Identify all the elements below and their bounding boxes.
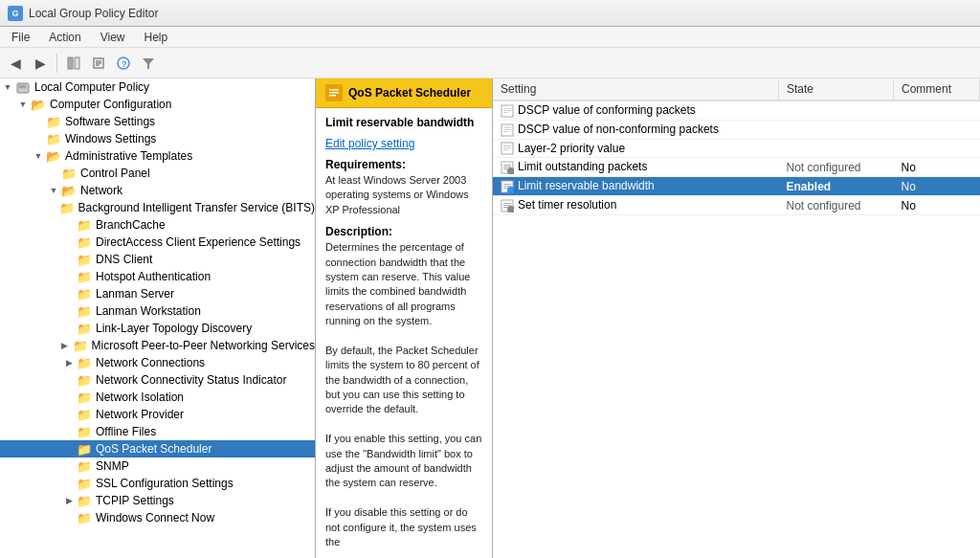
help-button[interactable]: ? xyxy=(112,52,135,75)
tree-item-net-provider[interactable]: 📁Network Provider xyxy=(0,406,315,423)
tree-expand-network[interactable]: ▼ xyxy=(46,183,61,198)
detail-header-icon xyxy=(325,84,343,101)
tree-item-lanman-workstation[interactable]: 📁Lanman Workstation xyxy=(0,302,315,320)
state-cell: Not configured xyxy=(779,196,894,215)
tree-item-windows-connect[interactable]: 📁Windows Connect Now xyxy=(0,509,315,526)
tree-expand-net-connections[interactable]: ▶ xyxy=(61,355,77,370)
tree-expand-ms-peer[interactable]: ▶ xyxy=(57,338,73,353)
properties-button[interactable] xyxy=(87,52,110,75)
filter-button[interactable] xyxy=(137,52,160,75)
menu-item-action[interactable]: Action xyxy=(41,29,88,46)
policy-icon xyxy=(501,142,514,155)
tree-pane[interactable]: ▼Local Computer Policy▼📂Computer Configu… xyxy=(0,78,316,558)
back-button[interactable]: ◀ xyxy=(4,52,27,75)
setting-name: Limit reservable bandwidth xyxy=(518,179,655,192)
folder-icon: 📁 xyxy=(77,407,92,422)
menu-item-file[interactable]: File xyxy=(4,29,37,46)
folder-icon: 📁 xyxy=(77,424,92,439)
tree-expand-placeholder xyxy=(31,114,46,129)
folder-icon: 📁 xyxy=(77,252,92,267)
tree-item-label: Network xyxy=(78,184,122,197)
state-cell xyxy=(779,100,894,120)
tree-item-directaccess[interactable]: 📁DirectAccess Client Experience Settings xyxy=(0,234,315,251)
folder-icon: 📁 xyxy=(77,269,92,284)
svg-rect-27 xyxy=(503,149,508,150)
folder-open-icon: 📂 xyxy=(61,183,77,198)
tree-item-label: QoS Packet Scheduler xyxy=(94,442,212,456)
setting-cell: DSCP value of non-conforming packets xyxy=(493,120,779,139)
tree-item-label: DNS Client xyxy=(94,253,152,266)
forward-button[interactable]: ▶ xyxy=(29,52,52,75)
table-row[interactable]: Set timer resolutionNot configuredNo xyxy=(493,196,980,215)
table-row[interactable]: Limit reservable bandwidthEnabledNo xyxy=(493,177,980,196)
folder-selected-icon: 📁 xyxy=(77,441,92,457)
svg-rect-30 xyxy=(503,167,511,167)
table-row[interactable]: DSCP value of non-conforming packets xyxy=(493,120,980,139)
tree-item-label: Lanman Workstation xyxy=(94,304,201,318)
tree-expand-computer-config[interactable]: ▼ xyxy=(15,97,31,112)
settings-scroll-area[interactable]: Setting State Comment DSCP value of conf… xyxy=(493,78,980,558)
svg-rect-10 xyxy=(19,85,22,88)
tree-item-windows-settings[interactable]: 📁Windows Settings xyxy=(0,130,315,147)
main-container: ▼Local Computer Policy▼📂Computer Configu… xyxy=(0,78,980,558)
setting-cell: DSCP value of conforming packets xyxy=(493,100,779,120)
svg-rect-15 xyxy=(329,95,336,97)
svg-rect-34 xyxy=(503,184,511,185)
folder-icon: 📁 xyxy=(77,476,92,491)
setting-name: Set timer resolution xyxy=(518,198,616,212)
tree-expand-admin-templates[interactable]: ▼ xyxy=(31,148,46,164)
tree-item-link-layer[interactable]: 📁Link-Layer Topology Discovery xyxy=(0,320,315,337)
comment-cell xyxy=(894,120,980,139)
svg-rect-22 xyxy=(503,129,511,130)
table-row[interactable]: DSCP value of conforming packets xyxy=(493,100,980,120)
folder-open-icon: 📂 xyxy=(31,97,46,112)
tree-item-snmp[interactable]: 📁SNMP xyxy=(0,458,315,475)
comment-cell: No xyxy=(894,177,980,196)
svg-rect-0 xyxy=(68,57,73,69)
tree-item-qos[interactable]: 📁QoS Packet Scheduler xyxy=(0,440,315,458)
tree-item-local-computer-policy[interactable]: ▼Local Computer Policy xyxy=(0,78,315,96)
tree-item-ncsi[interactable]: 📁Network Connectivity Status Indicator xyxy=(0,371,315,389)
tree-item-branchcache[interactable]: 📁BranchCache xyxy=(0,216,315,234)
tree-item-label: Administrative Templates xyxy=(63,149,192,163)
tree-item-tcpip[interactable]: ▶📁TCPIP Settings xyxy=(0,492,315,509)
menu-item-view[interactable]: View xyxy=(93,29,133,46)
tree-item-admin-templates[interactable]: ▼📂Administrative Templates xyxy=(0,147,315,165)
svg-rect-13 xyxy=(329,89,339,91)
tree-item-label: Windows Settings xyxy=(63,132,156,145)
tree-expand-placeholder xyxy=(61,390,77,405)
tree-item-software-settings[interactable]: 📁Software Settings xyxy=(0,113,315,130)
description-title: Description: xyxy=(325,225,482,238)
tree-expand-local-computer-policy[interactable]: ▼ xyxy=(0,79,15,95)
tree-item-control-panel[interactable]: 📁Control Panel xyxy=(0,165,315,182)
tree-item-computer-config[interactable]: ▼📂Computer Configuration xyxy=(0,96,315,113)
tree-item-net-connections[interactable]: ▶📁Network Connections xyxy=(0,354,315,371)
tree-expand-tcpip[interactable]: ▶ xyxy=(61,493,77,508)
svg-rect-39 xyxy=(503,203,511,204)
tree-item-hotspot[interactable]: 📁Hotspot Authentication xyxy=(0,268,315,285)
svg-rect-36 xyxy=(503,188,508,189)
settings-table: Setting State Comment DSCP value of conf… xyxy=(493,78,980,215)
svg-rect-41 xyxy=(503,207,508,208)
tree-item-label: Hotspot Authentication xyxy=(94,270,211,283)
show-hide-button[interactable] xyxy=(62,52,85,75)
tree-item-dns-client[interactable]: 📁DNS Client xyxy=(0,251,315,268)
tree-item-lanman-server[interactable]: 📁Lanman Server xyxy=(0,285,315,302)
tree-item-bits[interactable]: 📁Background Intelligent Transfer Service… xyxy=(0,199,315,216)
table-row[interactable]: Layer-2 priority value xyxy=(493,139,980,158)
menu-item-help[interactable]: Help xyxy=(137,29,176,46)
column-state[interactable]: State xyxy=(779,78,894,100)
column-setting[interactable]: Setting xyxy=(493,78,779,100)
table-row[interactable]: Limit outstanding packetsNot configuredN… xyxy=(493,158,980,177)
tree-item-network[interactable]: ▼📂Network xyxy=(0,182,315,199)
tree-item-offline-files[interactable]: 📁Offline Files xyxy=(0,423,315,440)
edit-policy-link[interactable]: Edit policy setting xyxy=(325,137,414,150)
tree-item-net-isolation[interactable]: 📁Network Isolation xyxy=(0,389,315,406)
column-comment[interactable]: Comment xyxy=(894,78,980,100)
tree-expand-placeholder xyxy=(61,441,77,457)
settings-pane: Setting State Comment DSCP value of conf… xyxy=(493,78,980,558)
tree-item-ms-peer[interactable]: ▶📁Microsoft Peer-to-Peer Networking Serv… xyxy=(0,337,315,354)
tree-item-ssl-config[interactable]: 📁SSL Configuration Settings xyxy=(0,475,315,492)
tree-item-label: Microsoft Peer-to-Peer Networking Servic… xyxy=(90,339,315,352)
tree-item-label: Lanman Server xyxy=(94,287,174,301)
